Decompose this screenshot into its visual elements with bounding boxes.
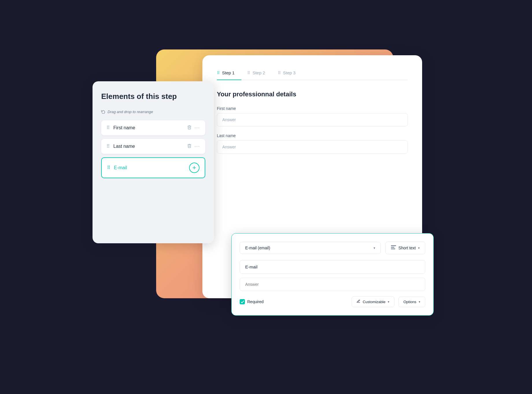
editor-top-row: E-mail (email) ▾ Short text ▾ — [240, 242, 425, 254]
form-group-first-name: First name — [217, 106, 408, 126]
more-icon-first-name[interactable]: ··· — [195, 125, 200, 130]
email-editor: E-mail (email) ▾ Short text ▾ — [231, 233, 434, 316]
delete-icon-first-name[interactable] — [187, 125, 192, 131]
grid-icon-email: ⠿ — [107, 165, 110, 170]
element-item-left-2: ⠿ Last name — [106, 143, 135, 149]
steps-nav: ⠿ Step 1 ⠿ Step 2 ⠿ Step 3 — [217, 67, 408, 80]
tab-step2[interactable]: ⠿ Step 2 — [247, 67, 272, 80]
tab-step3[interactable]: ⠿ Step 3 — [278, 67, 302, 80]
required-checkbox[interactable] — [240, 299, 245, 304]
drag-hint: Drag and drop to rearrange — [101, 110, 205, 114]
customizable-chevron: ▾ — [388, 300, 389, 304]
short-text-button[interactable]: Short text ▾ — [385, 242, 425, 254]
step1-label: Step 1 — [222, 70, 234, 75]
left-panel-title: Elements of this step — [101, 92, 205, 102]
editor-bottom-row: Required Customizable ▾ Options ▾ — [240, 296, 425, 307]
options-button[interactable]: Options ▾ — [398, 297, 425, 307]
step3-icon: ⠿ — [278, 71, 281, 75]
add-element-button[interactable]: + — [189, 163, 200, 173]
tab-step1[interactable]: ⠿ Step 1 — [217, 67, 241, 80]
options-chevron: ▾ — [419, 300, 420, 304]
field-type-value: E-mail (email) — [245, 246, 270, 250]
required-checkbox-label[interactable]: Required — [240, 299, 348, 304]
short-text-chevron: ▾ — [418, 246, 420, 250]
customizable-label: Customizable — [363, 300, 385, 304]
field-type-chevron: ▾ — [374, 246, 375, 250]
delete-icon-last-name[interactable] — [187, 143, 192, 149]
lines-icon — [391, 245, 396, 251]
element-label-first-name: First name — [113, 125, 135, 130]
form-section-title: Your professionnal details — [217, 91, 408, 98]
email-label-input[interactable] — [240, 260, 425, 274]
element-actions-last-name: ··· — [187, 143, 200, 149]
element-label-last-name: Last name — [113, 144, 135, 149]
last-name-input[interactable] — [217, 140, 408, 154]
element-label-email: E-mail — [114, 165, 127, 170]
svg-rect-0 — [391, 245, 396, 246]
element-actions-first-name: ··· — [187, 125, 200, 131]
more-icon-last-name[interactable]: ··· — [195, 144, 200, 149]
left-panel: Elements of this step Drag and drop to r… — [93, 81, 214, 243]
element-item-last-name[interactable]: ⠿ Last name ··· — [101, 139, 205, 154]
form-group-last-name: Last name — [217, 133, 408, 154]
last-name-label: Last name — [217, 133, 408, 138]
step3-label: Step 3 — [283, 70, 295, 75]
element-item-left-3: ⠿ E-mail — [107, 165, 127, 170]
first-name-label: First name — [217, 106, 408, 111]
svg-rect-1 — [391, 247, 394, 248]
refresh-icon — [101, 110, 105, 114]
short-text-label: Short text — [398, 246, 416, 250]
step1-icon: ⠿ — [217, 71, 220, 75]
first-name-input[interactable] — [217, 113, 408, 126]
field-type-dropdown[interactable]: E-mail (email) ▾ — [240, 242, 381, 254]
grid-icon-first-name: ⠿ — [106, 125, 110, 130]
pencil-icon — [356, 299, 360, 304]
element-item-first-name[interactable]: ⠿ First name ··· — [101, 120, 205, 135]
grid-icon-last-name: ⠿ — [106, 143, 110, 149]
email-answer-input[interactable] — [240, 278, 425, 291]
drag-hint-text: Drag and drop to rearrange — [108, 110, 153, 114]
svg-rect-2 — [391, 248, 395, 249]
customizable-button[interactable]: Customizable ▾ — [352, 296, 394, 307]
scene: Elements of this step Drag and drop to r… — [93, 38, 439, 356]
main-card: ⠿ Step 1 ⠿ Step 2 ⠿ Step 3 Your professi… — [202, 55, 422, 298]
step2-label: Step 2 — [252, 70, 265, 75]
required-label: Required — [247, 299, 264, 304]
element-item-left: ⠿ First name — [106, 125, 135, 130]
element-item-email[interactable]: ⠿ E-mail + — [101, 157, 205, 178]
options-label: Options — [403, 300, 416, 304]
step2-icon: ⠿ — [247, 71, 250, 75]
